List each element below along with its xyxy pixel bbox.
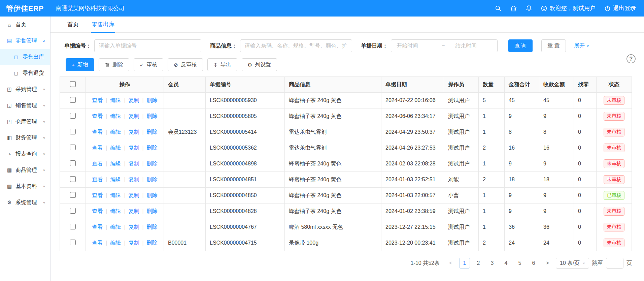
row-checkbox[interactable] [70,240,76,245]
table-row: 查看|编辑|复制|删除LSCK00000004851蜂蜜柚子茶 240g 黄色2… [60,172,632,188]
product-info-input[interactable] [240,39,352,52]
page-1-button[interactable]: 1 [459,258,470,269]
tab-retail-outbound[interactable]: 零售出库 [91,17,115,32]
bell-icon[interactable] [526,5,532,11]
action-copy-link[interactable]: 复制 [129,177,139,182]
logout-button[interactable]: 退出登录 [605,4,636,12]
action-view-link[interactable]: 查看 [92,208,103,214]
action-copy-link[interactable]: 复制 [129,145,139,151]
action-view-link[interactable]: 查看 [92,192,103,198]
row-checkbox[interactable] [70,113,76,119]
action-edit-link[interactable]: 编辑 [110,113,121,119]
prev-page-button[interactable]: < [445,258,456,269]
page-size-select[interactable]: 10 条/页∨ [556,258,589,269]
action-view-link[interactable]: 查看 [92,113,103,119]
search-icon[interactable] [495,5,501,11]
action-view-link[interactable]: 查看 [92,224,103,230]
row-checkbox[interactable] [70,160,76,166]
jump-page-input[interactable] [606,258,623,269]
action-edit-link[interactable]: 编辑 [110,208,121,214]
action-edit-link[interactable]: 编辑 [110,145,121,151]
action-edit-link[interactable]: 编辑 [110,177,121,182]
welcome-user[interactable]: 欢迎您，测试用户 [541,4,596,12]
sidebar-item-warehouse[interactable]: ◳仓库管理∨ [0,114,50,130]
action-delete-link[interactable]: 删除 [147,224,158,230]
action-delete-link[interactable]: 删除 [147,129,158,135]
unaudit-button[interactable]: ⊘反审核 [168,58,203,71]
organization-icon[interactable] [510,5,517,11]
sidebar-item-label: 首页 [15,21,26,28]
row-checkbox[interactable] [70,145,76,150]
expand-toggle[interactable]: 展开 ∨ [574,42,589,50]
action-view-link[interactable]: 查看 [92,145,103,151]
action-view-link[interactable]: 查看 [92,177,103,182]
action-edit-link[interactable]: 编辑 [110,240,121,246]
sidebar-item-retail-outbound[interactable]: ▢零售出库 [0,49,50,65]
reset-button[interactable]: 重 置 [541,39,566,52]
action-view-link[interactable]: 查看 [92,240,103,246]
action-copy-link[interactable]: 复制 [129,113,139,119]
cell-member [164,108,206,124]
action-edit-link[interactable]: 编辑 [110,97,121,103]
column-settings-button[interactable]: ⚙列设置 [242,58,277,71]
row-checkbox[interactable] [70,192,76,198]
action-view-link[interactable]: 查看 [92,97,103,103]
action-delete-link[interactable]: 删除 [147,145,158,151]
row-checkbox[interactable] [70,208,76,214]
sidebar-item-retail-return[interactable]: ▢零售退货 [0,65,50,81]
action-copy-link[interactable]: 复制 [129,129,139,135]
action-copy-link[interactable]: 复制 [129,224,139,230]
tab-home[interactable]: 首页 [67,17,79,32]
action-delete-link[interactable]: 删除 [147,113,158,119]
date-range-picker[interactable]: 开始时间 ~ 结束时间 [391,39,498,52]
sidebar-item-goods[interactable]: ▦商品管理∨ [0,162,50,178]
end-date-input[interactable]: 结束时间 [452,42,492,50]
action-copy-link[interactable]: 复制 [129,192,139,198]
cell-received: 45 [539,93,574,108]
sidebar-item-finance[interactable]: ◧财务管理∨ [0,130,50,146]
action-delete-link[interactable]: 删除 [147,240,158,246]
row-checkbox[interactable] [70,224,76,229]
action-copy-link[interactable]: 复制 [129,161,139,166]
action-edit-link[interactable]: 编辑 [110,192,121,198]
action-view-link[interactable]: 查看 [92,129,103,135]
action-edit-link[interactable]: 编辑 [110,129,121,135]
action-edit-link[interactable]: 编辑 [110,224,121,230]
audit-button[interactable]: ✓审核 [134,58,164,71]
sidebar-item-system[interactable]: ⚙系统管理∨ [0,194,50,211]
action-delete-link[interactable]: 删除 [147,161,158,166]
row-checkbox[interactable] [70,97,76,103]
action-copy-link[interactable]: 复制 [129,208,139,214]
page-5-button[interactable]: 5 [514,258,525,269]
start-date-input[interactable]: 开始时间 [397,42,435,50]
search-button[interactable]: 查 询 [508,39,533,52]
page-6-button[interactable]: 6 [528,258,539,269]
action-delete-link[interactable]: 删除 [147,177,158,182]
help-icon[interactable]: ? [626,54,636,63]
sidebar-item-purchase[interactable]: ◰采购管理∨ [0,81,50,97]
delete-button[interactable]: 删除 [99,58,129,71]
action-copy-link[interactable]: 复制 [129,240,139,246]
action-edit-link[interactable]: 编辑 [110,161,121,166]
row-checkbox[interactable] [70,129,76,134]
action-delete-link[interactable]: 删除 [147,208,158,214]
action-delete-link[interactable]: 删除 [147,97,158,103]
row-checkbox[interactable] [70,176,76,182]
export-button[interactable]: ↧导出 [207,58,237,71]
action-copy-link[interactable]: 复制 [129,97,139,103]
cell-date: 2024-04-26 23:27:53 [381,140,444,156]
page-2-button[interactable]: 2 [473,258,484,269]
action-view-link[interactable]: 查看 [92,161,103,166]
sidebar-item-retail[interactable]: ▤零售管理∧ [0,33,50,49]
page-3-button[interactable]: 3 [487,258,498,269]
sidebar-item-reports[interactable]: ◔报表查询∨ [0,146,50,162]
next-page-button[interactable]: > [542,258,553,269]
add-button[interactable]: +新增 [66,58,94,71]
page-4-button[interactable]: 4 [501,258,511,269]
sidebar-item-home[interactable]: ⌂首页 [0,17,50,33]
bill-no-input[interactable] [94,39,201,52]
sidebar-item-sales[interactable]: ◱销售管理∨ [0,97,50,114]
sidebar-item-basic[interactable]: ▩基本资料∨ [0,178,50,194]
select-all-checkbox[interactable] [70,81,76,87]
action-delete-link[interactable]: 删除 [147,192,158,198]
